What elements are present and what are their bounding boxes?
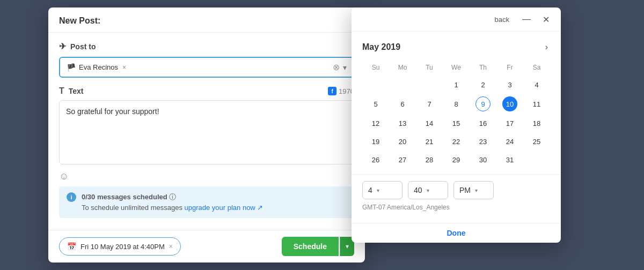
text-label: T Text: [59, 86, 84, 96]
hour-select[interactable]: 4 ▾: [362, 181, 402, 199]
cal-day[interactable]: 11: [523, 94, 550, 114]
schedule-info-banner: i 0/30 messages scheduled ⓘ To schedule …: [59, 186, 354, 218]
info-icon: i: [67, 192, 76, 202]
cal-day[interactable]: 31: [496, 151, 523, 169]
cal-day[interactable]: 27: [389, 151, 416, 169]
cal-day[interactable]: 25: [523, 132, 550, 151]
cal-day[interactable]: 3: [496, 76, 523, 94]
recipient-tag: 🏴 Eva Recinos ×: [67, 63, 126, 72]
modal-footer: 📅 Fri 10 May 2019 at 4:40PM × Schedule ▾: [48, 230, 365, 262]
recipient-name: Eva Recinos: [79, 63, 118, 71]
scheduled-date-pill[interactable]: 📅 Fri 10 May 2019 at 4:40PM ×: [59, 237, 181, 256]
cal-day[interactable]: 17: [496, 114, 523, 132]
minute-select[interactable]: 40 ▾: [408, 181, 448, 199]
calendar-next-button[interactable]: ›: [543, 40, 550, 54]
table-row: 26 27 28 29 30 31: [362, 151, 550, 169]
cal-header-mo: Mo: [389, 62, 416, 76]
minimize-button[interactable]: —: [519, 12, 534, 27]
emoji-button[interactable]: ☺: [59, 171, 354, 182]
cal-day[interactable]: 19: [362, 132, 389, 151]
schedule-description: To schedule unlimited messages: [82, 204, 185, 212]
modal-title: New Post:: [59, 16, 100, 26]
cal-day[interactable]: 8: [443, 94, 470, 114]
text-label-text: Text: [69, 87, 84, 95]
cal-header-tu: Tu: [416, 62, 443, 76]
cal-day[interactable]: 29: [443, 151, 470, 169]
calendar-grid: Su Mo Tu We Th Fr Sa 1 2 3 4: [362, 62, 550, 169]
cal-day[interactable]: 4: [523, 76, 550, 94]
hour-dropdown-arrow: ▾: [377, 188, 379, 193]
cal-day[interactable]: 21: [416, 132, 443, 151]
send-icon: ✈: [59, 41, 66, 51]
external-link-icon: ↗: [257, 204, 263, 212]
upgrade-link[interactable]: upgrade your plan now ↗: [185, 204, 264, 212]
table-row: 1 2 3 4: [362, 76, 550, 94]
done-button[interactable]: Done: [352, 223, 561, 243]
cal-day[interactable]: 23: [470, 132, 496, 151]
cal-day[interactable]: 13: [389, 114, 416, 132]
calendar-month: May 2019: [362, 42, 400, 52]
minute-dropdown-arrow: ▾: [427, 188, 429, 193]
post-text-input[interactable]: So grateful for your support!: [59, 100, 354, 164]
table-row: 5 6 7 8 9 10 11: [362, 94, 550, 114]
cal-day[interactable]: 26: [362, 151, 389, 169]
cal-day[interactable]: 6: [389, 94, 416, 114]
table-row: 19 20 21 22 23 24 25: [362, 132, 550, 151]
cal-day[interactable]: 15: [443, 114, 470, 132]
cal-day-circled[interactable]: 9: [470, 94, 496, 114]
close-icon: ✕: [543, 14, 550, 25]
cal-day[interactable]: 7: [416, 94, 443, 114]
pill-close-icon[interactable]: ×: [169, 243, 173, 250]
period-dropdown-arrow: ▾: [475, 188, 478, 193]
cal-day[interactable]: 24: [496, 132, 523, 151]
footer-actions: Schedule ▾: [282, 237, 354, 256]
cal-day[interactable]: 30: [470, 151, 496, 169]
cal-header-sa: Sa: [523, 62, 550, 76]
calendar-top-bar: back — ✕: [352, 8, 561, 32]
cal-day[interactable]: 12: [362, 114, 389, 132]
text-section-header: T Text f 1970: [59, 86, 354, 96]
cal-header-fr: Fr: [496, 62, 523, 76]
cal-header-we: We: [443, 62, 470, 76]
modal-header: New Post:: [48, 8, 365, 33]
cal-day-today[interactable]: 10: [496, 94, 523, 114]
cal-header-th: Th: [470, 62, 496, 76]
cal-day-empty: [362, 76, 389, 94]
calendar-panel: back — ✕ May 2019 › Su Mo Tu We Th Fr Sa: [352, 8, 561, 243]
cal-day-empty: [523, 151, 550, 169]
cal-day[interactable]: 2: [470, 76, 496, 94]
cal-day[interactable]: 14: [416, 114, 443, 132]
tag-close-icon[interactable]: ×: [122, 64, 126, 71]
calendar-main: May 2019 › Su Mo Tu We Th Fr Sa: [352, 32, 561, 174]
cal-day[interactable]: 5: [362, 94, 389, 114]
cal-day-empty: [416, 76, 443, 94]
minimize-icon: —: [522, 14, 531, 24]
cal-day[interactable]: 18: [523, 114, 550, 132]
cal-day[interactable]: 1: [443, 76, 470, 94]
timezone-text: GMT-07 America/Los_Angeles: [362, 204, 550, 211]
chevron-down-icon[interactable]: ▾: [343, 63, 347, 72]
schedule-button[interactable]: Schedule: [282, 237, 339, 256]
cal-day[interactable]: 28: [416, 151, 443, 169]
period-select[interactable]: PM ▾: [453, 181, 494, 199]
close-button[interactable]: ✕: [538, 12, 553, 27]
minute-value: 40: [414, 186, 422, 194]
char-count: f 1970: [328, 87, 354, 95]
new-post-modal: New Post: ✈ Post to 🏴 Eva Recinos × ⊗ ▾ …: [48, 8, 365, 262]
facebook-icon: f: [328, 87, 336, 95]
circle-x-icon[interactable]: ⊗: [333, 62, 340, 72]
cal-day[interactable]: 20: [389, 132, 416, 151]
schedule-dropdown-arrow: ▾: [346, 243, 349, 250]
time-section: 4 ▾ 40 ▾ PM ▾ GMT-07 America/Los_Angeles: [352, 174, 561, 223]
hour-value: 4: [368, 186, 372, 194]
flag-icon: 🏴: [67, 63, 76, 72]
schedule-count: 0/30 messages scheduled: [82, 193, 167, 201]
post-to-input[interactable]: 🏴 Eva Recinos × ⊗ ▾: [59, 57, 354, 78]
period-value: PM: [459, 186, 471, 194]
cal-day[interactable]: 16: [470, 114, 496, 132]
cal-day-empty: [389, 76, 416, 94]
cal-day[interactable]: 22: [443, 132, 470, 151]
back-button[interactable]: back: [489, 13, 515, 26]
upgrade-text: upgrade your plan now: [185, 204, 255, 212]
post-to-section: ✈ Post to: [59, 41, 354, 51]
